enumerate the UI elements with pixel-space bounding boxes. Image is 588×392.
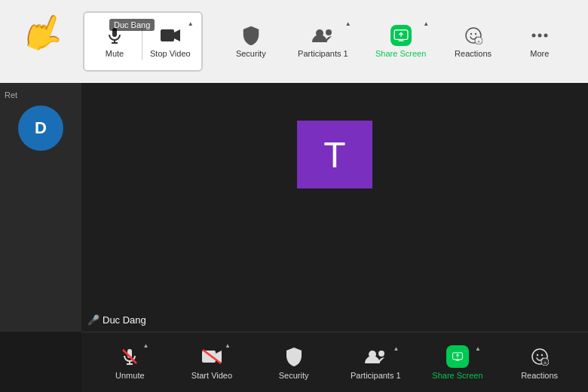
start-video-button[interactable]: ▲ Start Video [185, 345, 238, 380]
share-screen-icon-bottom [446, 345, 469, 368]
reactions-icon-bottom: + [528, 345, 551, 368]
svg-rect-3 [161, 29, 174, 41]
start-video-chevron[interactable]: ▲ [225, 342, 231, 349]
svg-point-10 [474, 33, 476, 35]
svg-point-15 [544, 34, 547, 38]
svg-rect-20 [202, 351, 216, 363]
mute-label: Mute [106, 49, 124, 58]
security-label-bottom: Security [279, 371, 309, 380]
reactions-button-top[interactable]: + Reactions [446, 14, 501, 69]
svg-point-14 [537, 34, 541, 38]
reactions-label-bottom: Reactions [521, 371, 558, 380]
svg-point-24 [378, 351, 384, 357]
reactions-label-top: Reactions [455, 49, 492, 58]
reactions-icon-top: + [463, 25, 484, 46]
hand-cursor-icon: 👆 [15, 5, 72, 60]
share-screen-icon-top [390, 25, 412, 46]
avatar-circle: D [18, 106, 63, 151]
share-screen-button-top[interactable]: ▲ Share Screen [368, 14, 433, 69]
unmute-button[interactable]: ▲ Unmute [103, 345, 156, 380]
share-screen-chevron-top[interactable]: ▲ [423, 20, 429, 27]
participants-chevron-bottom[interactable]: ▲ [393, 345, 399, 352]
unmute-label: Unmute [115, 371, 145, 380]
security-button-top[interactable]: Security [224, 14, 278, 69]
shield-icon-bottom [283, 345, 305, 368]
ret-label: Ret [0, 90, 17, 100]
security-button-bottom[interactable]: Security [268, 345, 320, 380]
security-label-top: Security [236, 49, 266, 58]
participants-icon-bottom [364, 345, 387, 368]
start-video-label: Start Video [191, 371, 232, 380]
bottom-toolbar: ▲ Unmute ▲ Start Video Security ▲ [81, 332, 588, 392]
t-avatar: T [297, 121, 372, 188]
more-button-top[interactable]: More [513, 14, 567, 69]
stop-video-chevron-icon[interactable]: ▲ [188, 20, 194, 27]
share-screen-chevron-bottom[interactable]: ▲ [475, 345, 481, 352]
reactions-button-bottom[interactable]: + Reactions [513, 345, 566, 380]
svg-point-6 [326, 29, 332, 35]
svg-point-9 [470, 33, 471, 35]
camera-icon [160, 25, 181, 46]
toolbar-regular-buttons: Security ▲ Participants 1 ▲ [203, 14, 588, 69]
share-screen-label-bottom: Share Screen [432, 371, 482, 380]
camera-off-icon: ▲ [201, 345, 223, 368]
duc-dang-name-label: 🎤 Duc Dang [87, 314, 146, 326]
shield-icon-top [240, 25, 262, 46]
svg-point-13 [531, 34, 535, 38]
top-toolbar: 👆 Duc Bang ▲ Mute ▲ [0, 0, 588, 83]
share-screen-button-bottom[interactable]: ▲ Share Screen [431, 345, 484, 380]
stop-video-label: Stop Video [150, 49, 191, 58]
svg-text:+: + [477, 39, 480, 44]
mic-off-icon: 🎤 [87, 314, 100, 326]
share-screen-label-top: Share Screen [375, 49, 426, 58]
left-panel: Ret D [0, 83, 81, 332]
svg-point-27 [536, 354, 537, 355]
unmute-chevron[interactable]: ▲ [142, 342, 149, 349]
main-video-area: T [81, 83, 588, 332]
more-icon-top [529, 25, 550, 46]
svg-marker-4 [174, 29, 180, 41]
svg-text:+: + [543, 360, 547, 366]
participants-label-bottom: Participants 1 [351, 371, 401, 380]
participants-chevron-top[interactable]: ▲ [345, 20, 351, 27]
microphone-off-icon: ▲ [118, 345, 141, 368]
participants-button-top[interactable]: ▲ Participants 1 [290, 14, 356, 69]
participants-button-bottom[interactable]: ▲ Participants 1 [349, 345, 402, 380]
participants-icon-top [312, 25, 333, 46]
participant-name-badge: Duc Bang [109, 19, 155, 31]
more-label-top: More [530, 49, 549, 58]
svg-point-28 [541, 354, 542, 355]
participants-label-top: Participants 1 [298, 49, 348, 58]
